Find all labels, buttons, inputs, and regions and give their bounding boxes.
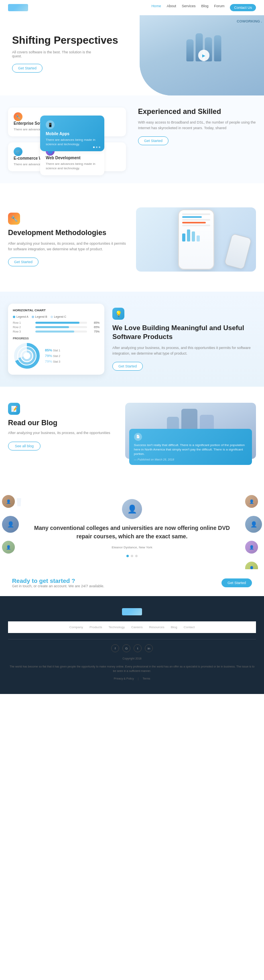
blog-overlay-icon: 📄 [134,433,142,441]
services-cards: 🔧 Enterprise Software There are advances… [8,108,126,171]
hero-text: Shifting Perspectives All covers softwar… [12,34,252,72]
testimonial-author: Eleanor Dystance, New York [32,546,232,549]
legend-a-dot [13,316,15,318]
footer-link-resources[interactable]: Resources [149,625,164,629]
testimonial-content: 👤 Many conventional colleges and univers… [8,499,256,557]
chart-section: HORIZONTAL CHART Legend A Legend B Legen… [0,292,264,387]
testimonial-dot-2[interactable] [131,555,133,557]
legend-c: Legend C [51,315,66,318]
services-text: With easy access to Broadband and DSL, t… [138,120,256,131]
donut-stats: 85% Stat 1 79% Stat 2 79% Stat 3 [45,348,60,363]
nav-services[interactable]: Services [182,4,196,11]
social-linkedin[interactable]: in [145,644,153,652]
chart-heading: We Love Building Meaningful and Useful S… [112,324,256,341]
footer-link-technology[interactable]: Technology [109,625,125,629]
blog-heading: Read our Blog [8,419,117,427]
blog-overlay-author: — Published on March 26, 2018 [134,458,247,461]
contact-button[interactable]: Contact Us [230,4,256,11]
stat-3: 79% Stat 3 [45,359,60,363]
footer-copyright: Copyright 2018 [8,656,256,661]
footer-nav: Company Products Technology Careers Reso… [8,621,256,633]
nav-blog[interactable]: Blog [201,4,208,11]
nav-forum[interactable]: Forum [214,4,224,11]
blog-overlay: 📄 Success isn't really that difficult. T… [129,429,252,465]
dev-description: After analyzing your business, its proce… [8,241,128,252]
avatar-right-2: 👤 [245,516,262,533]
testimonial-avatars-left: 👤 👤 👤 [2,495,19,554]
dev-cta-button[interactable]: Get Started [8,258,39,266]
dev-methods-section: 🔧 Development Methodologies After analyz… [0,183,264,284]
legend-a: Legend A [13,315,28,318]
blog-text: 📝 Read our Blog After analyzing your bus… [8,403,117,450]
dev-image [136,207,256,272]
testimonial-dots [32,555,232,557]
testimonial-dot-1[interactable] [126,555,129,557]
cta-heading: Ready to get started ? [12,577,104,584]
social-facebook[interactable]: f [111,644,119,652]
footer-terms[interactable]: Terms [142,677,150,680]
legend-b: Legend B [32,315,47,318]
mobile-icon: 📱 [46,120,55,129]
footer-link-careers[interactable]: Careers [131,625,142,629]
social-google[interactable]: G [122,644,130,652]
stat-1: 85% Stat 1 [45,348,60,352]
services-section: 🔧 Enterprise Software There are advances… [0,95,264,183]
testimonial-quote: Many conventional colleges and universit… [32,524,232,541]
nav-links: Home About Services Blog Forum Contact U… [151,4,256,11]
blog-section: 📝 Read our Blog After analyzing your bus… [0,387,264,479]
blog-overlay-text: Success isn't really that difficult. The… [134,443,247,457]
footer-link-products[interactable]: Products [89,625,102,629]
navigation: Home About Services Blog Forum Contact U… [0,0,264,15]
logo[interactable] [8,4,28,11]
legend-c-dot [51,316,53,318]
blog-cta-button[interactable]: See all blog [8,442,41,450]
dev-heading: Development Methodologies [8,229,128,237]
enterprise-icon: 🔧 [14,112,22,121]
cta-section: Ready to get started ? Get in touch, or … [0,569,264,596]
stat-2: 79% Stat 2 [45,354,60,358]
nav-about[interactable]: About [167,4,176,11]
chart-widget-title: HORIZONTAL CHART [13,308,100,312]
chart-icon: 💡 [112,308,124,320]
donut-container: 85% Stat 1 79% Stat 2 79% Stat 3 [13,342,100,370]
footer-logo[interactable] [122,608,142,615]
hero-title: Shifting Perspectives [12,34,252,47]
footer-link-company[interactable]: Company [69,625,83,629]
prog-fill-1 [35,322,79,324]
avatar-right-4: 👤 [245,562,258,569]
chart-cta-button[interactable]: Get Started [112,362,143,371]
prog-row-1: Row 1 85% [13,321,100,324]
prog-fill-3 [35,331,74,333]
cta-text: Ready to get started ? Get in touch, or … [12,577,104,588]
cta-subtext: Get in touch, or create an account. We a… [12,584,104,588]
service-card-mobile: 📱 Mobile Apps There are advances being m… [40,116,104,151]
testimonial-dot-3[interactable] [135,555,138,557]
social-twitter[interactable]: t [134,644,142,652]
blog-image-area: 📄 Success isn't really that difficult. T… [125,403,256,459]
services-heading: Experienced and Skilled [138,108,256,116]
avatar-right-1: 👤 [245,495,258,508]
nav-home[interactable]: Home [151,4,161,11]
ecommerce-icon: 🛒 [14,147,22,156]
footer-divider [8,639,256,639]
testimonial-section: " 👤 👤 👤 👤 👤 👤 👤 👤 Many conventional coll… [0,479,264,569]
dot-1 [93,146,95,148]
chart-legend: Legend A Legend B Legend C [13,315,100,318]
cta-button[interactable]: Get Started [221,578,252,587]
hero-subtitle: All covers software is the best. The sol… [12,50,92,58]
avatar-left-3: 👤 [2,541,15,554]
chart-text: After analyzing your business, its proce… [112,345,256,356]
avatar-left-2: 👤 [2,516,19,533]
avatar-left-1: 👤 [2,495,15,508]
footer-bottom-text: The world has become so flat that it has… [8,664,256,673]
hero-section: Shifting Perspectives All covers softwar… [0,15,264,95]
chart-description: 💡 We Love Building Meaningful and Useful… [112,308,256,371]
footer-link-contact[interactable]: Contact [184,625,195,629]
hero-cta-button[interactable]: Get Started [12,64,43,73]
services-cta-button[interactable]: Get Started [138,136,169,145]
footer-privacy[interactable]: Privacy & Policy [114,677,134,680]
mobile-title: Mobile Apps [46,132,99,136]
testimonial-avatars-right: 👤 👤 👤 👤 [245,495,262,569]
webdev-desc: There are advances being made in science… [46,162,99,170]
footer-link-blog[interactable]: Blog [171,625,177,629]
